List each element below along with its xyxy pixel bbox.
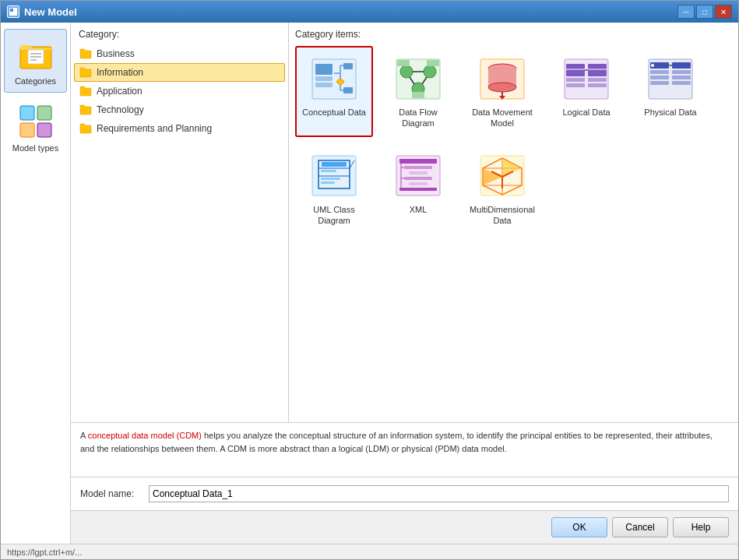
- sidebar-item-model-types[interactable]: Model types: [4, 96, 67, 160]
- grid-item-uml-class[interactable]: UML Class Diagram: [295, 143, 373, 234]
- svg-rect-64: [321, 170, 336, 172]
- svg-rect-41: [566, 78, 585, 82]
- svg-rect-73: [409, 182, 428, 185]
- category-label-requirements: Requirements and Planning: [97, 123, 212, 134]
- new-model-dialog: New Model ─ □ ✕: [0, 0, 739, 560]
- logical-data-icon: [561, 54, 611, 104]
- minimize-button[interactable]: ─: [677, 5, 695, 19]
- grid-item-data-movement[interactable]: Data Movement Model: [463, 46, 541, 137]
- bottom-bar: OK Cancel Help: [71, 510, 738, 544]
- main-content: Categories Model types: [1, 23, 738, 544]
- svg-rect-70: [404, 166, 432, 169]
- physical-data-icon: [646, 54, 695, 104]
- cancel-button[interactable]: Cancel: [612, 517, 668, 537]
- svg-rect-71: [409, 171, 428, 174]
- svg-rect-46: [588, 83, 607, 87]
- svg-rect-7: [20, 106, 34, 120]
- svg-rect-8: [37, 106, 51, 120]
- multidimensional-label: MultiDimensional Data: [468, 204, 537, 227]
- svg-rect-53: [672, 62, 691, 69]
- model-name-input[interactable]: [149, 485, 729, 502]
- window-controls: ─ □ ✕: [677, 5, 732, 19]
- grid-item-conceptual-data[interactable]: Conceptual Data: [295, 46, 373, 137]
- category-item-technology[interactable]: Technology: [74, 100, 285, 119]
- grid-item-multidimensional[interactable]: MultiDimensional Data: [463, 143, 541, 234]
- grid-item-data-flow[interactable]: Data Flow Diagram: [379, 46, 457, 137]
- svg-rect-55: [672, 76, 691, 79]
- svg-rect-42: [566, 83, 585, 87]
- grid-item-logical-data[interactable]: Logical Data: [547, 46, 625, 137]
- category-item-information[interactable]: Information: [74, 63, 285, 82]
- category-item-business[interactable]: Business: [74, 44, 285, 63]
- category-item-application[interactable]: Application: [74, 82, 285, 100]
- category-label-application: Application: [97, 86, 143, 97]
- sidebar: Categories Model types: [1, 23, 71, 544]
- sidebar-categories-label: Categories: [15, 76, 56, 86]
- status-text: https://lgpt.ctrl+m/...: [7, 548, 82, 557]
- category-label-information: Information: [97, 67, 143, 78]
- title-bar-text: New Model: [24, 6, 77, 18]
- svg-rect-72: [404, 177, 432, 180]
- folder-icon-information: [79, 67, 92, 78]
- category-item-requirements[interactable]: Requirements and Planning: [74, 119, 285, 138]
- conceptual-data-icon: [309, 54, 359, 104]
- multidimensional-icon: [477, 151, 527, 201]
- svg-rect-39: [566, 64, 585, 76]
- sidebar-model-types-label: Model types: [12, 143, 58, 153]
- data-movement-icon: [477, 54, 527, 104]
- svg-rect-65: [321, 178, 340, 180]
- svg-rect-13: [315, 76, 333, 81]
- data-flow-label: Data Flow Diagram: [384, 107, 452, 129]
- svg-rect-66: [321, 181, 335, 184]
- svg-point-58: [651, 64, 654, 67]
- category-label-business: Business: [97, 48, 135, 59]
- svg-rect-69: [399, 159, 437, 164]
- title-bar: New Model ─ □ ✕: [1, 1, 738, 23]
- svg-rect-20: [343, 87, 353, 93]
- xml-icon: [393, 151, 443, 201]
- svg-rect-30: [427, 60, 439, 66]
- folder-icon-application: [79, 86, 92, 97]
- data-movement-label: Data Movement Model: [468, 107, 537, 129]
- maximize-button[interactable]: □: [696, 5, 713, 19]
- svg-rect-50: [650, 70, 669, 74]
- logical-data-label: Logical Data: [562, 107, 610, 118]
- folder-icon-business: [79, 48, 92, 59]
- ok-button[interactable]: OK: [551, 517, 607, 537]
- close-button[interactable]: ✕: [715, 5, 732, 19]
- svg-rect-1: [10, 9, 13, 12]
- help-button[interactable]: Help: [673, 517, 729, 537]
- svg-rect-29: [397, 60, 410, 66]
- svg-rect-19: [343, 63, 353, 69]
- svg-point-24: [424, 65, 436, 78]
- category-list: Category: Business Information: [71, 23, 289, 422]
- svg-rect-51: [650, 76, 669, 79]
- uml-class-icon: [309, 151, 359, 201]
- xml-label: XML: [410, 204, 428, 215]
- items-header: Category items:: [295, 29, 732, 40]
- svg-rect-74: [399, 188, 437, 191]
- svg-rect-54: [672, 70, 691, 74]
- svg-rect-52: [650, 81, 669, 85]
- conceptual-data-label: Conceptual Data: [302, 107, 366, 118]
- items-grid: Category items:: [289, 23, 738, 422]
- sidebar-item-categories[interactable]: Categories: [4, 29, 67, 93]
- category-panel: Category: Business Information: [71, 23, 738, 422]
- svg-point-35: [488, 83, 516, 92]
- category-header: Category:: [74, 26, 285, 44]
- svg-rect-63: [322, 162, 347, 167]
- folder-icon-technology: [79, 104, 92, 115]
- model-name-area: Model name:: [71, 477, 738, 510]
- svg-rect-31: [412, 92, 424, 98]
- grid-item-xml[interactable]: XML: [379, 143, 457, 234]
- svg-point-23: [400, 65, 413, 78]
- folder-icon-requirements: [79, 123, 92, 134]
- model-types-icon: [17, 103, 55, 140]
- grid-container: Conceptual Data: [295, 46, 732, 234]
- data-flow-icon: [393, 54, 443, 104]
- uml-class-label: UML Class Diagram: [300, 204, 368, 227]
- status-bar: https://lgpt.ctrl+m/...: [1, 544, 738, 559]
- category-label-technology: Technology: [97, 104, 144, 115]
- grid-item-physical-data[interactable]: Physical Data: [632, 46, 709, 137]
- model-name-label: Model name:: [80, 488, 143, 499]
